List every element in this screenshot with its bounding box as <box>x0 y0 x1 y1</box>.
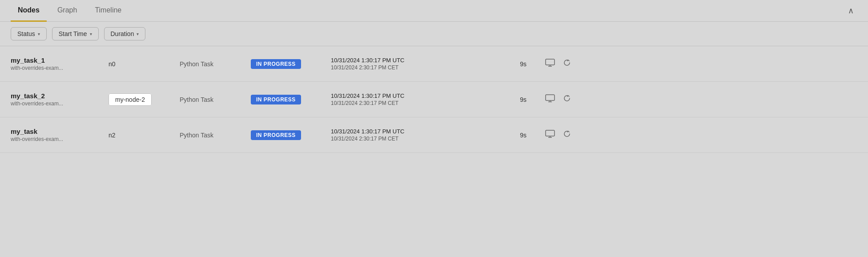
node-value: my-node-2 <box>108 93 152 106</box>
node-value: n2 <box>108 132 116 139</box>
duration-cell: 9s <box>500 96 526 103</box>
duration-cell: 9s <box>500 132 526 139</box>
tab-timeline[interactable]: Timeline <box>88 0 129 22</box>
tab-graph[interactable]: Graph <box>50 0 84 22</box>
svg-rect-3 <box>546 95 555 100</box>
type-value: Python Task <box>180 96 213 103</box>
status-filter-button[interactable]: Status ▾ <box>11 27 47 40</box>
status-cell: IN PROGRESS <box>251 95 331 104</box>
table-row: my_task_1 with-overrides-exam... n0 Pyth… <box>0 46 868 82</box>
start-time-filter-button[interactable]: Start Time ▾ <box>52 27 99 40</box>
duration-filter-chevron-icon: ▾ <box>137 32 139 36</box>
table-row: my_task_2 with-overrides-exam... my-node… <box>0 82 868 117</box>
task-cell: my_task with-overrides-exam... <box>11 128 108 142</box>
duration-value: 9s <box>520 132 526 139</box>
task-sub: with-overrides-exam... <box>11 100 108 107</box>
time-cell: 10/31/2024 1:30:17 PM UTC 10/31/2024 2:3… <box>331 128 500 142</box>
tabs-bar: Nodes Graph Timeline ∧ <box>0 0 868 22</box>
time-secondary: 10/31/2024 2:30:17 PM CET <box>331 64 500 71</box>
status-filter-label: Status <box>17 30 35 37</box>
time-cell: 10/31/2024 1:30:17 PM UTC 10/31/2024 2:3… <box>331 92 500 106</box>
task-cell: my_task_1 with-overrides-exam... <box>11 56 108 71</box>
monitor-icon[interactable] <box>545 59 555 69</box>
node-cell-highlighted: my-node-2 <box>108 96 180 103</box>
time-secondary: 10/31/2024 2:30:17 PM CET <box>331 136 500 142</box>
actions-cell <box>526 59 571 69</box>
duration-filter-button[interactable]: Duration ▾ <box>104 27 146 40</box>
task-cell: my_task_2 with-overrides-exam... <box>11 92 108 107</box>
status-badge: IN PROGRESS <box>251 95 301 104</box>
monitor-icon[interactable] <box>545 130 555 140</box>
main-container: Nodes Graph Timeline ∧ Status ▾ Start Ti… <box>0 0 868 257</box>
type-cell: Python Task <box>180 132 251 139</box>
filters-bar: Status ▾ Start Time ▾ Duration ▾ <box>0 22 868 46</box>
node-value: n0 <box>108 60 116 68</box>
type-cell: Python Task <box>180 60 251 68</box>
status-cell: IN PROGRESS <box>251 130 331 140</box>
retry-icon[interactable] <box>563 59 571 69</box>
task-sub: with-overrides-exam... <box>11 65 108 71</box>
collapse-button[interactable]: ∧ <box>844 2 857 19</box>
time-primary: 10/31/2024 1:30:17 PM UTC <box>331 92 500 99</box>
type-value: Python Task <box>180 60 213 68</box>
time-secondary: 10/31/2024 2:30:17 PM CET <box>331 100 500 106</box>
duration-value: 9s <box>520 60 526 68</box>
time-primary: 10/31/2024 1:30:17 PM UTC <box>331 57 500 64</box>
status-badge: IN PROGRESS <box>251 59 301 69</box>
retry-icon[interactable] <box>563 94 571 104</box>
status-badge: IN PROGRESS <box>251 130 301 140</box>
start-time-filter-label: Start Time <box>59 30 87 37</box>
task-sub: with-overrides-exam... <box>11 136 108 142</box>
duration-value: 9s <box>520 96 526 103</box>
time-primary: 10/31/2024 1:30:17 PM UTC <box>331 128 500 135</box>
type-value: Python Task <box>180 132 213 139</box>
node-cell: n2 <box>108 132 180 139</box>
task-name: my_task <box>11 128 108 135</box>
monitor-icon[interactable] <box>545 94 555 104</box>
start-time-filter-chevron-icon: ▾ <box>90 32 92 36</box>
task-name: my_task_2 <box>11 92 108 100</box>
actions-cell <box>526 130 571 140</box>
tab-nodes[interactable]: Nodes <box>11 0 47 22</box>
node-cell: n0 <box>108 60 180 68</box>
type-cell: Python Task <box>180 96 251 103</box>
retry-icon[interactable] <box>563 130 571 140</box>
task-name: my_task_1 <box>11 56 108 64</box>
svg-rect-6 <box>546 130 555 136</box>
svg-rect-0 <box>546 59 555 65</box>
time-cell: 10/31/2024 1:30:17 PM UTC 10/31/2024 2:3… <box>331 57 500 71</box>
tabs-left: Nodes Graph Timeline <box>11 0 129 21</box>
duration-cell: 9s <box>500 60 526 68</box>
actions-cell <box>526 94 571 104</box>
table-row: my_task with-overrides-exam... n2 Python… <box>0 117 868 153</box>
table: my_task_1 with-overrides-exam... n0 Pyth… <box>0 46 868 153</box>
status-filter-chevron-icon: ▾ <box>38 32 40 36</box>
status-cell: IN PROGRESS <box>251 59 331 69</box>
duration-filter-label: Duration <box>111 30 134 37</box>
